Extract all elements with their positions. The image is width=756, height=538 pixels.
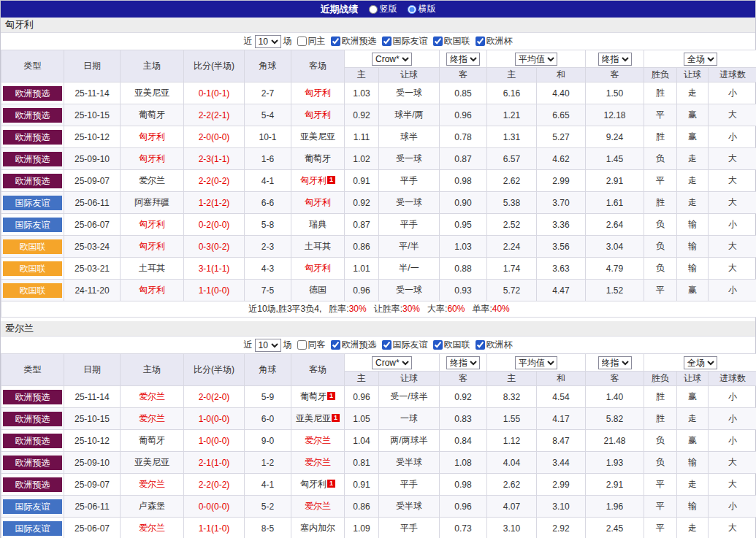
home-team-cell: 匈牙利 xyxy=(121,236,184,258)
result-cell: 胜 xyxy=(644,126,677,148)
league-filter-checkbox[interactable] xyxy=(476,340,485,350)
stat-value: 60% xyxy=(447,304,465,314)
league-filter-option[interactable]: 欧洲杯 xyxy=(473,339,513,351)
home-team-cell: 葡萄牙 xyxy=(121,430,184,452)
away-team-cell: 德国 xyxy=(291,280,345,301)
league-badge: 欧国联 xyxy=(3,261,62,276)
layout-option-horizontal[interactable]: 横版 xyxy=(408,3,436,15)
result-cell: 负 xyxy=(644,148,677,170)
league-badge: 国际友谊 xyxy=(3,521,62,536)
corner-cell: 5-4 xyxy=(245,104,291,126)
goals-result-cell: 大 xyxy=(709,192,756,214)
home-team-cell: 爱尔兰 xyxy=(121,408,184,430)
away-team-cell: 匈牙利 xyxy=(291,82,345,104)
league-cell: 欧洲预选 xyxy=(1,452,64,474)
team-link: 匈牙利 xyxy=(300,479,327,489)
near-label: 近 xyxy=(244,339,253,351)
col-header-avg-away: 客 xyxy=(586,68,644,82)
league-filter-option[interactable]: 欧洲预选 xyxy=(328,35,377,47)
league-cell: 欧洲预选 xyxy=(1,104,64,126)
league-filter-checkbox[interactable] xyxy=(476,36,485,46)
match-count-select[interactable]: 10 xyxy=(255,35,281,48)
avg-draw-cell: 4.17 xyxy=(537,408,586,430)
goals-result-cell: 小 xyxy=(709,408,756,430)
scope-select[interactable]: 全场 xyxy=(684,356,717,369)
league-filter-checkbox[interactable] xyxy=(433,340,443,350)
home-team-cell: 爱尔兰 xyxy=(121,170,184,192)
goals-result-cell: 小 xyxy=(709,126,756,148)
avg-away-cell: 1.96 xyxy=(586,496,644,518)
league-filter-option[interactable]: 欧国联 xyxy=(430,35,470,47)
odds-home-cell: 0.91 xyxy=(345,474,379,496)
summary-stat: 大率:60% xyxy=(427,304,465,314)
odds-period-select[interactable]: 终指 xyxy=(446,53,480,66)
avg-away-cell: 9.24 xyxy=(586,126,644,148)
avg-source-select[interactable]: 平均值 xyxy=(515,53,557,66)
avg-period-select[interactable]: 终指 xyxy=(598,53,632,66)
league-filter-option[interactable]: 国际友谊 xyxy=(379,339,428,351)
odds-home-cell: 0.87 xyxy=(345,214,379,236)
team-link: 卢森堡 xyxy=(139,501,165,511)
same-venue-checkbox[interactable] xyxy=(297,340,307,350)
odds-company-select[interactable]: Crow* xyxy=(372,356,412,369)
league-filter-option[interactable]: 欧国联 xyxy=(430,339,470,351)
league-badge: 欧国联 xyxy=(3,239,62,254)
same-venue-checkbox[interactable] xyxy=(297,36,307,46)
team-header-bar: 匈牙利 xyxy=(1,18,755,33)
league-filter-label: 欧洲预选 xyxy=(342,35,377,47)
score-cell: 2-2(0-2) xyxy=(184,474,245,496)
horizontal-layout-radio[interactable] xyxy=(408,5,416,14)
result-cell: 负 xyxy=(644,214,677,236)
corner-cell: 4-1 xyxy=(245,170,291,192)
league-filter-option[interactable]: 欧洲杯 xyxy=(473,35,513,47)
goals-result-cell: 大 xyxy=(709,148,756,170)
red-card-badge: 1 xyxy=(332,414,340,422)
odds-period-select[interactable]: 终指 xyxy=(446,356,480,369)
goals-result-cell: 小 xyxy=(709,430,756,452)
vertical-layout-radio[interactable] xyxy=(369,5,378,14)
league-badge: 欧洲预选 xyxy=(3,412,62,426)
match-count-select[interactable]: 10 xyxy=(255,339,281,352)
same-venue-option[interactable]: 同主 xyxy=(294,35,326,47)
corner-cell: 1-6 xyxy=(245,148,291,170)
avg-source-select[interactable]: 平均值 xyxy=(515,356,557,369)
avg-period-select[interactable]: 终指 xyxy=(598,356,632,369)
league-filter-checkbox[interactable] xyxy=(382,36,392,46)
league-filter-checkbox[interactable] xyxy=(382,340,392,350)
same-venue-option[interactable]: 同客 xyxy=(294,339,326,351)
col-header-away: 客场 xyxy=(291,354,345,386)
corner-cell: 6-0 xyxy=(245,408,291,430)
result-cell: 负 xyxy=(644,430,677,452)
date-cell: 25-09-07 xyxy=(64,474,121,496)
league-filter-option[interactable]: 国际友谊 xyxy=(379,35,428,47)
same-venue-label: 同主 xyxy=(308,35,326,47)
stat-label: 胜率: xyxy=(329,304,348,314)
league-filter-checkbox[interactable] xyxy=(331,340,340,350)
team-link: 塞内加尔 xyxy=(300,523,335,533)
score-cell: 2-0(0-0) xyxy=(184,126,245,148)
odds-home-cell: 0.86 xyxy=(345,496,379,518)
col-header-home: 主场 xyxy=(121,50,184,82)
handicap-cell: 受半球 xyxy=(379,452,440,474)
odds-away-cell: 0.93 xyxy=(440,280,487,301)
avg-away-cell: 4.79 xyxy=(586,258,644,280)
league-filter-checkbox[interactable] xyxy=(331,36,340,46)
scope-select[interactable]: 全场 xyxy=(684,53,717,66)
match-row: 欧洲预选25-09-07爱尔兰2-2(0-2)4-1匈牙利10.91平手0.98… xyxy=(1,170,756,192)
home-team-cell: 爱尔兰 xyxy=(121,518,184,538)
odds-company-select[interactable]: Crow* xyxy=(372,53,412,66)
results-table: 类型 日期 主场 比分(半场) 角球 客场 Crow* 终指 平均值 终指 全场… xyxy=(1,50,756,318)
team-link: 匈牙利 xyxy=(139,241,165,251)
score-cell: 2-0(2-0) xyxy=(184,386,245,408)
layout-option-vertical[interactable]: 竖版 xyxy=(369,3,397,15)
team-link: 爱尔兰 xyxy=(305,501,331,511)
handicap-result-cell: 赢 xyxy=(677,126,709,148)
handicap-result-cell: 走 xyxy=(677,408,709,430)
match-row: 国际友谊25-06-11阿塞拜疆1-2(1-2)6-6匈牙利0.92受一球0.9… xyxy=(1,192,756,214)
league-filter-checkbox[interactable] xyxy=(433,36,443,46)
result-cell: 平 xyxy=(644,518,677,538)
league-filter-option[interactable]: 欧洲预选 xyxy=(328,339,377,351)
handicap-result-cell: 赢 xyxy=(677,104,709,126)
avg-home-cell: 1.55 xyxy=(487,408,537,430)
odds-away-cell: 0.96 xyxy=(440,496,487,518)
